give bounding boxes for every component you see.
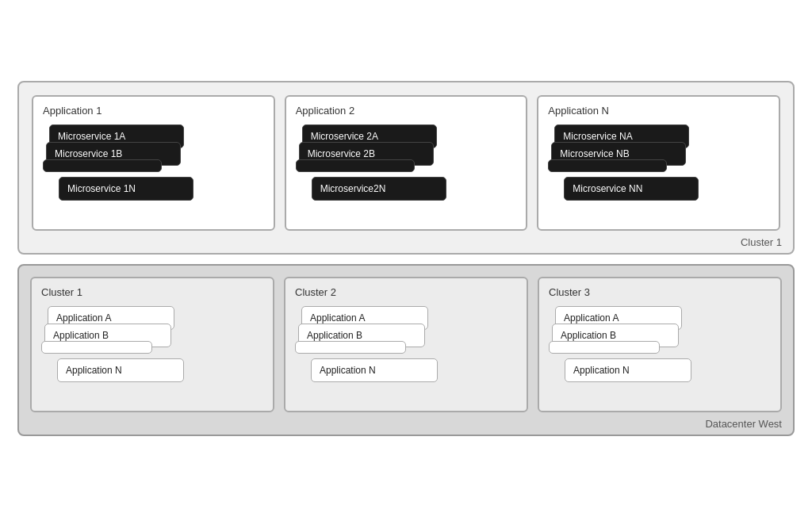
app-box-n: Application N Microservice NA Microservi…	[537, 95, 780, 231]
top-apps-row: Application 1 Microservice 1A Microservi…	[32, 95, 780, 231]
cluster-1-title: Cluster 1	[41, 286, 263, 298]
app-card-c2-n: Application N	[311, 358, 438, 382]
microservice-stack-1: Microservice 1A Microservice 1B Microser…	[43, 124, 264, 220]
app-box-2: Application 2 Microservice 2A Microservi…	[285, 95, 528, 231]
cluster-1-top-box: Application 1 Microservice 1A Microservi…	[17, 81, 795, 255]
ms-card-1c	[43, 159, 162, 172]
app-card-c3-blank	[549, 341, 660, 354]
datacenter-west-label: Datacenter West	[705, 418, 782, 430]
app-1-title: Application 1	[43, 105, 264, 117]
ms-card-1n: Microservice 1N	[59, 177, 193, 201]
app-box-1: Application 1 Microservice 1A Microservi…	[32, 95, 275, 231]
app-2-title: Application 2	[296, 105, 517, 117]
datacenter-west-box: Cluster 1 Application A Application B Ap…	[17, 264, 795, 436]
app-stack-cluster2: Application A Application B Application …	[295, 306, 517, 401]
app-stack-cluster1: Application A Application B Application …	[41, 306, 263, 401]
app-n-title: Application N	[548, 105, 769, 117]
clusters-row: Cluster 1 Application A Application B Ap…	[30, 277, 782, 412]
cluster-box-2: Cluster 2 Application A Application B Ap…	[284, 277, 528, 412]
microservice-stack-n: Microservice NA Microservice NB Microser…	[548, 124, 769, 220]
app-card-c2-blank	[295, 341, 406, 354]
microservice-stack-2: Microservice 2A Microservice 2B Microser…	[296, 124, 517, 220]
cluster-1-label: Cluster 1	[741, 236, 782, 248]
app-stack-cluster3: Application A Application B Application …	[549, 306, 771, 401]
cluster-box-1: Cluster 1 Application A Application B Ap…	[30, 277, 274, 412]
ms-card-2c	[296, 159, 415, 172]
ms-card-2n: Microservice2N	[312, 177, 446, 201]
app-card-c1-blank	[41, 341, 152, 354]
cluster-box-3: Cluster 3 Application A Application B Ap…	[538, 277, 782, 412]
ms-card-nn: Microservice NN	[564, 177, 699, 201]
app-card-c1-n: Application N	[57, 358, 184, 382]
cluster-3-title: Cluster 3	[549, 286, 771, 298]
app-card-c3-n: Application N	[565, 358, 691, 382]
ms-card-nc	[548, 159, 667, 172]
cluster-2-title: Cluster 2	[295, 286, 517, 298]
